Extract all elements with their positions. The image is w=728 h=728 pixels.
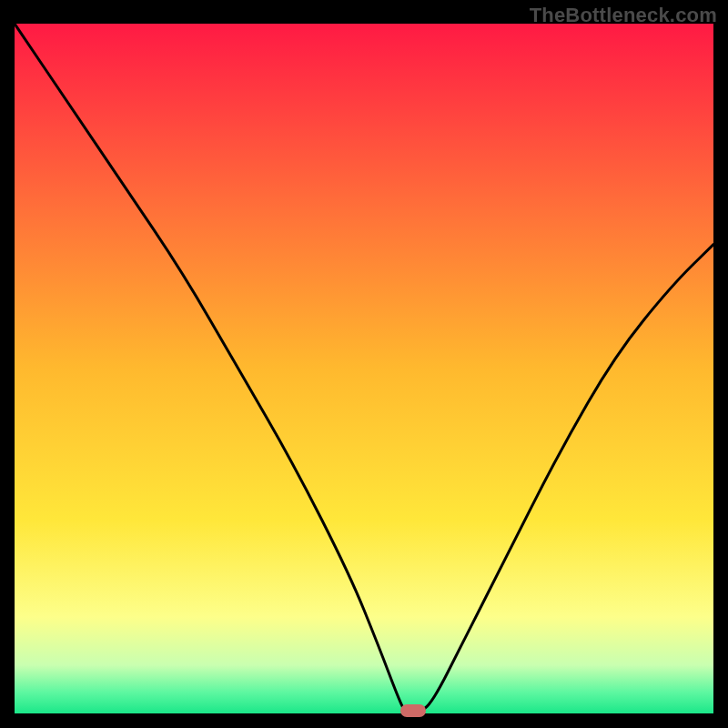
watermark-text: TheBottleneck.com <box>530 4 717 27</box>
bottleneck-chart <box>15 24 713 713</box>
chart-container: TheBottleneck.com <box>0 0 728 728</box>
optimal-point-marker <box>400 704 426 717</box>
plot-area <box>15 24 713 713</box>
